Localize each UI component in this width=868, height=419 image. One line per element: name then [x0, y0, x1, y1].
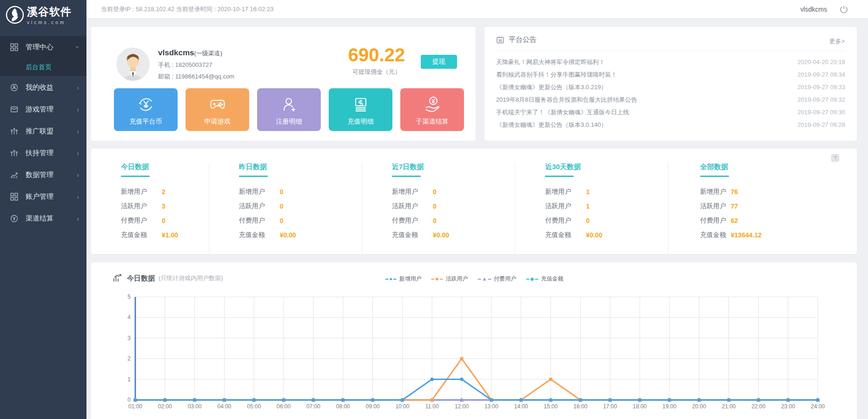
user-email: 邮箱 : 1198661454@qq.com — [158, 72, 234, 81]
chart-title: 今日数据 — [127, 274, 155, 283]
stat-label: 新增用户 — [700, 188, 726, 196]
stat-col-7days: 近7日数据 新增用户0 活跃用户0 付费用户0 充值金额¥0.00 — [362, 163, 515, 254]
svg-text:20:00: 20:00 — [692, 403, 706, 410]
notice-row[interactable]: 《新倩女幽魂》更新公告（版本3.0.140） 2019-09-27 09:28 — [496, 118, 845, 131]
today-chart: 01234501:0002:0003:0004:0005:0006:0007:0… — [110, 293, 829, 415]
stat-col-title: 今日数据 — [121, 163, 209, 171]
stat-label: 活跃用户 — [392, 202, 433, 210]
sidebar-item-game-management[interactable]: 游戏管理 › — [0, 98, 86, 120]
svg-text:18:00: 18:00 — [633, 403, 647, 410]
stat-label: 充值金额 — [392, 231, 433, 239]
login-info: 当前登录IP : 58.218.102.42 当前登录时间 : 2020-10-… — [101, 5, 273, 13]
sidebar-item-my-earnings[interactable]: 我的收益 › — [0, 77, 86, 98]
brand-logo[interactable]: 溪谷软件 vlcms.com — [0, 0, 86, 32]
notice-row-date: 2020-04-20 20:18 — [797, 59, 845, 65]
stat-label: 活跃用户 — [121, 202, 162, 210]
brand-domain: vlcms.com — [27, 20, 72, 25]
sidebar-subitem-home[interactable]: 后台首页 — [0, 58, 86, 76]
stat-value: ¥0.00 — [586, 231, 602, 239]
help-icon[interactable]: ? — [831, 154, 839, 162]
notice-row[interactable]: 天降豪礼！网易大神将军令绑定即福利！ 2020-04-20 20:18 — [496, 56, 845, 68]
notice-row[interactable]: 2019年8月8日服务器合并投票和合服大比拼结果公告 2019-09-27 09… — [496, 93, 845, 106]
chevron-right-icon: › — [77, 84, 79, 92]
stat-label: 活跃用户 — [545, 202, 586, 210]
legend-item-active-users[interactable]: ■ 活跃用户 — [431, 275, 468, 283]
stat-col-30days: 近30天数据 新增用户1 活跃用户1 付费用户0 充值金额¥0.00 — [515, 163, 668, 254]
action-tile[interactable]: 充值明细 — [329, 88, 392, 131]
notice-row-date: 2019-09-27 09:28 — [797, 121, 845, 128]
stat-label: 新增用户 — [121, 188, 162, 196]
legend-label: 付费用户 — [494, 275, 516, 283]
chevron-right-icon: › — [77, 171, 79, 179]
sidebar-item-account-management[interactable]: 账户管理 › — [0, 186, 86, 208]
stat-label: 付费用户 — [392, 216, 433, 225]
action-tile[interactable]: 注册明细 — [257, 88, 321, 131]
stat-title-underline — [239, 176, 268, 177]
notice-list: 天降豪礼！网易大神将军令绑定即福利！ 2020-04-20 20:18 看到核武… — [496, 56, 845, 131]
stat-value: 0 — [433, 217, 437, 224]
svg-text:4: 4 — [127, 314, 131, 321]
stat-value: 0 — [280, 203, 284, 210]
sidebar-item-label: 游戏管理 — [26, 105, 77, 114]
svg-text:07:00: 07:00 — [306, 403, 320, 410]
stat-title-underline — [700, 176, 729, 177]
stat-value: 0 — [280, 217, 284, 224]
people-group-icon — [10, 149, 18, 157]
user-card: vlsdkcms(一级渠道) 手机 : 18205003727 邮箱 : 119… — [91, 27, 476, 141]
sidebar-item-support-management[interactable]: 扶持管理 › — [0, 142, 86, 164]
notice-row-title: 天降豪礼！网易大神将军令绑定即福利！ — [496, 58, 605, 66]
legend-marker: ■ — [436, 276, 439, 282]
svg-text:21:00: 21:00 — [722, 403, 736, 410]
legend-item-paying-users[interactable]: ▲ 付费用户 — [477, 275, 516, 283]
stat-label: 新增用户 — [239, 188, 280, 196]
notice-row-title: 看到核武器别手抖！分享牛图赢玲珑喵时装！ — [496, 71, 617, 79]
svg-text:24:00: 24:00 — [811, 403, 825, 410]
action-tile[interactable]: 子渠道结算 — [400, 88, 464, 131]
stat-value: 76 — [731, 188, 738, 196]
withdraw-button[interactable]: 提现 — [421, 55, 457, 69]
topbar-username[interactable]: vlsdkcms — [800, 6, 827, 13]
action-tile[interactable]: 充值平台币 — [114, 88, 178, 131]
notice-row-title: 手机端关宁来了！《新倩女幽魂》互通版今日上线 — [496, 108, 629, 117]
sidebar-item-label: 我的收益 — [26, 83, 77, 92]
stat-title-underline — [392, 176, 421, 177]
svg-text:13:00: 13:00 — [484, 403, 498, 410]
sidebar-item-channel-settlement[interactable]: 渠道结算 › — [0, 208, 86, 229]
stat-col-today: 今日数据 新增用户2 活跃用户3 付费用户0 充值金额¥1.00 — [91, 163, 209, 254]
tile-label: 子渠道结算 — [400, 118, 464, 126]
stat-value: ¥0.00 — [433, 231, 449, 239]
subchannel-settle-icon — [423, 95, 442, 114]
main-content: vlsdkcms(一级渠道) 手机 : 18205003727 邮箱 : 119… — [86, 19, 868, 419]
game-box-icon — [10, 105, 18, 113]
svg-text:2: 2 — [127, 355, 131, 362]
stat-label: 充值金额 — [545, 231, 586, 239]
sidebar-item-promotion-alliance[interactable]: 推广联盟 › — [0, 120, 86, 142]
sidebar-item-data-management[interactable]: 数据管理 › — [0, 164, 86, 186]
notice-row[interactable]: 《新倩女幽魂》更新公告（版本3.0.219） 2019-09-27 09:33 — [496, 81, 845, 93]
notice-row[interactable]: 看到核武器别手抖！分享牛图赢玲珑喵时装！ 2019-09-27 09:34 — [496, 68, 845, 81]
notice-row-title: 《新倩女幽魂》更新公告（版本3.0.140） — [496, 121, 607, 129]
legend-item-new-users[interactable]: ● 新增用户 — [384, 275, 422, 283]
tile-label: 注册明细 — [257, 118, 321, 126]
recharge-platform-coin-icon — [136, 95, 156, 114]
sidebar-item-admin-center[interactable]: 管理中心 › — [0, 36, 86, 58]
stat-label: 付费用户 — [121, 216, 162, 225]
chevron-down-icon: › — [74, 46, 82, 48]
tile-label: 充值平台币 — [114, 118, 178, 126]
notice-row[interactable]: 手机端关宁来了！《新倩女幽魂》互通版今日上线 2019-09-27 09:30 — [496, 106, 845, 118]
legend-item-recharge-amount[interactable]: ◆ 充值金额 — [525, 275, 563, 283]
notice-row-date: 2019-09-27 09:34 — [797, 71, 845, 78]
action-tile[interactable]: 申请游戏 — [186, 88, 249, 131]
stat-value: 0 — [280, 188, 284, 196]
power-icon[interactable] — [839, 5, 848, 14]
stat-value: 2 — [162, 188, 166, 196]
notice-more-link[interactable]: 更多> — [829, 37, 845, 46]
stat-title-underline — [121, 176, 150, 177]
svg-text:5: 5 — [127, 294, 131, 300]
legend-marker: ◆ — [530, 276, 534, 282]
stat-value: 0 — [586, 217, 590, 224]
menu-group-admin-center: 管理中心 › 后台首页 — [0, 36, 86, 77]
stat-col-title: 近7日数据 — [392, 163, 515, 171]
legend-label: 活跃用户 — [445, 275, 468, 283]
chevron-right-icon: › — [77, 215, 79, 223]
